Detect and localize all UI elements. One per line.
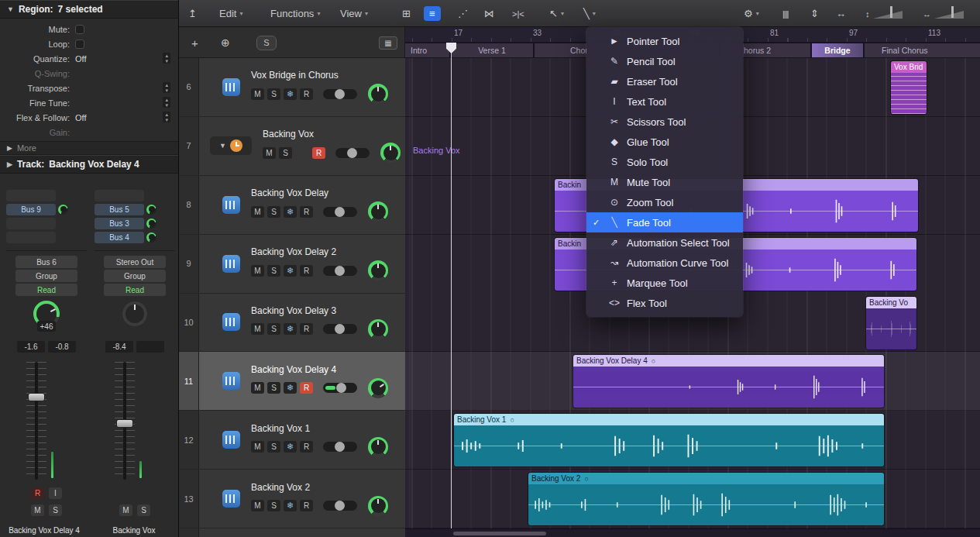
track-number[interactable]: 13 [179, 470, 199, 528]
volume-fader[interactable] [6, 359, 87, 483]
freeze-button[interactable]: ❄ [284, 206, 297, 218]
track-row-9[interactable]: 9 Backing Vox Delay 2 M S ❄ R [179, 235, 405, 294]
vertical-zoom-control[interactable]: ↕ [865, 0, 903, 27]
empty-insert-slot[interactable] [95, 190, 144, 201]
loop-checkbox[interactable] [75, 40, 84, 49]
gain-value[interactable]: -8.4 [105, 341, 133, 353]
gain-value[interactable]: -0.8 [48, 341, 76, 353]
solo-button[interactable]: S [267, 206, 280, 218]
empty-send-slot[interactable] [6, 218, 56, 229]
volume-slider[interactable] [335, 148, 370, 158]
menu-item-automation-curve-tool[interactable]: ↝Automation Curve Tool [586, 253, 743, 273]
mute-button[interactable]: M [251, 88, 264, 100]
track-header[interactable]: Backing Vox 2 M S ❄ R [199, 470, 405, 528]
menu-view[interactable]: View▾ [340, 0, 368, 27]
track-header[interactable]: Backing Vox Delay 2 M S ❄ R [199, 235, 405, 293]
vertical-zoom-slider[interactable] [873, 9, 903, 19]
track-row-13[interactable]: 13 Backing Vox 2 M S ❄ R [179, 470, 405, 528]
stepper-control[interactable]: ▴▾ [163, 112, 170, 122]
solo-button[interactable]: S [267, 500, 280, 511]
freeze-button[interactable]: ❄ [284, 382, 297, 394]
region-inspector-header[interactable]: ▼ Region: 7 selected [0, 0, 178, 19]
stepper-control[interactable]: ▴▾ [163, 82, 170, 93]
marker-bridge[interactable]: Bridge [812, 43, 863, 57]
mute-button[interactable]: M [251, 382, 264, 394]
record-enable-button[interactable]: R [31, 487, 44, 499]
marker-intro[interactable]: Intro [405, 43, 449, 57]
send-slot[interactable]: Bus 5 [95, 204, 144, 215]
track-row-10[interactable]: 10 Backing Vox Delay 3 M S ❄ R [179, 294, 405, 353]
track-header[interactable]: Vox Bridge in Chorus M S ❄ R [199, 58, 405, 116]
volume-slider[interactable] [323, 266, 357, 276]
freeze-button[interactable]: ❄ [284, 265, 297, 277]
menu-functions[interactable]: Functions▾ [270, 0, 320, 27]
solo-button[interactable]: S [267, 265, 280, 277]
send-slot[interactable]: Bus 4 [95, 232, 144, 243]
volume-slider[interactable] [323, 207, 357, 217]
record-button[interactable]: R [300, 500, 313, 511]
track-number[interactable]: 9 [179, 235, 199, 293]
grid-view-button[interactable]: ⊞ [399, 0, 414, 27]
volume-slider[interactable] [323, 89, 357, 99]
solo-button[interactable]: S [279, 147, 292, 159]
menu-item-solo-tool[interactable]: SSolo Tool [586, 152, 743, 172]
region-backing-vox-delay-3[interactable]: Backing Vo [866, 297, 916, 349]
freeze-button[interactable]: ❄ [284, 323, 297, 335]
pan-knob[interactable] [368, 496, 388, 516]
mute-button[interactable]: M [251, 206, 264, 218]
pan-knob[interactable] [368, 201, 388, 222]
scrollbar-thumb[interactable] [453, 532, 546, 535]
track-stack-toggle[interactable]: ▼ [210, 136, 252, 155]
fader-handle[interactable] [28, 393, 45, 401]
fader-handle[interactable] [116, 419, 133, 428]
empty-insert-slot[interactable] [6, 190, 56, 201]
record-button[interactable]: R [300, 265, 313, 277]
send-level-knob[interactable] [146, 232, 156, 243]
volume-slider[interactable] [323, 501, 357, 511]
track-row-7[interactable]: 7 ▼ Backing Vox M S R [179, 117, 405, 176]
track-number[interactable]: 8 [179, 176, 199, 234]
volume-fader[interactable] [95, 359, 175, 483]
gain-value[interactable]: -1.6 [17, 341, 45, 353]
track-number[interactable]: 11 [179, 352, 199, 410]
menu-item-text-tool[interactable]: IText Tool [586, 91, 743, 112]
mute-button[interactable]: M [251, 323, 264, 335]
group-button[interactable]: Group [15, 270, 77, 282]
track-inspector-header[interactable]: ▶ Track: Backing Vox Delay 4 [0, 155, 178, 174]
mute-button[interactable]: M [31, 504, 44, 516]
automation-button[interactable]: ⋰ [458, 0, 468, 27]
empty-send-slot[interactable] [6, 232, 56, 243]
freeze-button[interactable]: ❄ [284, 441, 297, 453]
command-click-tool-selector[interactable]: ╲▾ [583, 0, 596, 27]
track-number[interactable]: 6 [179, 58, 199, 116]
volume-slider[interactable] [323, 383, 357, 393]
track-row-12[interactable]: 12 Backing Vox 1 M S ❄ R [179, 411, 405, 470]
send-level-knob[interactable] [146, 219, 156, 229]
track-header[interactable]: Backing Vox Delay 3 M S ❄ R [199, 294, 405, 352]
list-view-button[interactable]: ≡ [424, 0, 441, 27]
horizontal-zoom-slider[interactable] [934, 9, 964, 19]
gain-value[interactable] [136, 341, 164, 353]
menu-item-mute-tool[interactable]: MMute Tool [586, 172, 743, 192]
mute-button[interactable]: M [251, 500, 264, 511]
track-number[interactable]: 7 [179, 117, 199, 175]
pan-knob[interactable] [368, 260, 388, 281]
mute-button[interactable]: M [119, 504, 132, 516]
more-disclosure[interactable]: ▶ More [0, 141, 178, 155]
track-header[interactable]: Backing Vox Delay M S ❄ R [199, 176, 405, 234]
input-monitor-button[interactable]: I [49, 487, 62, 499]
solo-button[interactable]: S [267, 382, 280, 394]
horizontal-zoom-control[interactable]: ↔ [923, 0, 964, 27]
solo-button[interactable]: S [137, 504, 150, 516]
track-row-8[interactable]: 8 Backing Vox Delay M S ❄ R [179, 176, 405, 235]
solo-button[interactable]: S [267, 88, 280, 100]
pan-knob[interactable] [380, 143, 401, 163]
menu-item-pencil-tool[interactable]: ✎Pencil Tool [586, 51, 743, 71]
solo-button[interactable]: S [267, 323, 280, 335]
horizontal-auto-zoom-button[interactable]: ↔ [836, 0, 846, 27]
record-button[interactable]: R [300, 441, 313, 453]
group-button[interactable]: Group [104, 270, 166, 282]
region-backing-vox-2[interactable]: Backing Vox 2○ [528, 473, 884, 525]
marker-final-chorus[interactable]: Final Chorus [865, 43, 980, 57]
send-slot[interactable]: Bus 9 [6, 204, 56, 215]
